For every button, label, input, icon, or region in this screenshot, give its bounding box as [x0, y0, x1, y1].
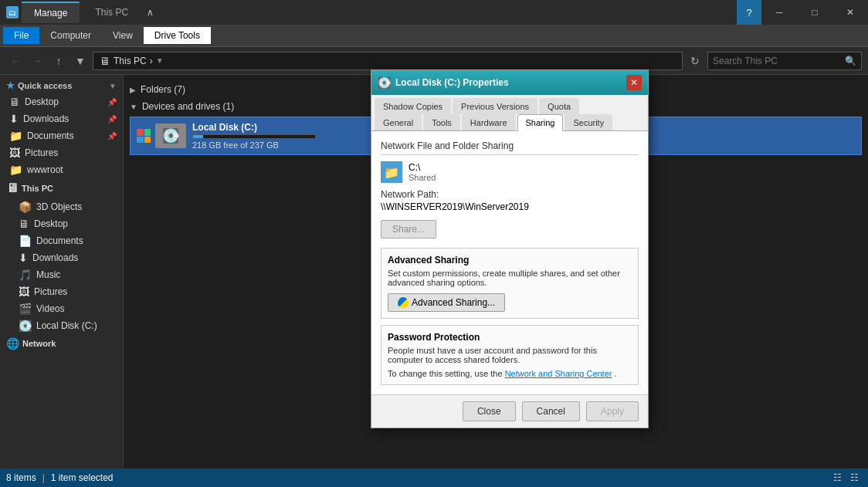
share-folder-icon: 📁 [381, 161, 402, 183]
modal-tabs: Shadow Copies Previous Versions Quota Ge… [371, 98, 648, 131]
modal-title-icon: 💽 [378, 76, 391, 89]
modal-cancel-button[interactable]: Cancel [522, 401, 580, 421]
tab-hardware[interactable]: Hardware [462, 114, 516, 130]
modal-close-icon-button[interactable]: ✕ [626, 75, 642, 90]
password-section: Password Protection People must have a u… [381, 325, 639, 385]
tab-tools[interactable]: Tools [423, 114, 460, 130]
network-path-value: \\WINSERVER2019\WinServer2019 [381, 201, 639, 212]
share-status: Shared [409, 173, 436, 182]
modal-apply-button[interactable]: Apply [586, 401, 639, 421]
password-desc: People must have a user account and pass… [388, 346, 632, 364]
advanced-sharing-button[interactable]: Advanced Sharing... [388, 293, 505, 312]
modal-tab-row-2: General Tools Hardware Sharing Security [371, 114, 648, 130]
tab-security[interactable]: Security [565, 114, 612, 130]
advanced-sharing-button-label: Advanced Sharing... [412, 297, 495, 308]
modal-footer: Close Cancel Apply [371, 394, 648, 428]
network-path-label: Network Path: [381, 189, 639, 200]
modal-title-text: Local Disk (C:) Properties [395, 77, 622, 88]
tab-sharing[interactable]: Sharing [517, 114, 564, 131]
modal-body: Network File and Folder Sharing 📁 C:\ Sh… [371, 131, 648, 394]
tab-previous-versions[interactable]: Previous Versions [453, 98, 537, 114]
password-title: Password Protection [388, 332, 632, 343]
password-link-suffix: . [615, 369, 617, 378]
modal-title-bar: 💽 Local Disk (C:) Properties ✕ [371, 70, 648, 95]
tab-quota[interactable]: Quota [539, 98, 579, 114]
share-text: C:\ Shared [409, 162, 436, 182]
share-info: 📁 C:\ Shared [381, 161, 639, 183]
advanced-sharing-title: Advanced Sharing [388, 255, 632, 265]
password-link-prefix: To change this setting, use the [388, 369, 505, 378]
shield-icon [398, 297, 409, 308]
sharing-section-header: Network File and Folder Sharing [381, 140, 639, 155]
modal-tab-row-1: Shadow Copies Previous Versions Quota [371, 98, 648, 114]
modal-overlay: 💽 Local Disk (C:) Properties ✕ Shadow Co… [0, 0, 868, 487]
modal-close-button[interactable]: Close [463, 401, 516, 421]
share-button[interactable]: Share... [381, 220, 436, 238]
network-sharing-center-link[interactable]: Network and Sharing Center [505, 369, 612, 378]
password-link-text: To change this setting, use the Network … [388, 369, 632, 378]
advanced-sharing-section: Advanced Sharing Set custom permissions,… [381, 248, 639, 319]
properties-dialog: 💽 Local Disk (C:) Properties ✕ Shadow Co… [371, 69, 649, 428]
share-path: C:\ [409, 162, 436, 173]
advanced-sharing-desc: Set custom permissions, create multiple … [388, 269, 632, 287]
tab-general[interactable]: General [375, 114, 422, 130]
tab-shadow-copies[interactable]: Shadow Copies [375, 98, 451, 114]
